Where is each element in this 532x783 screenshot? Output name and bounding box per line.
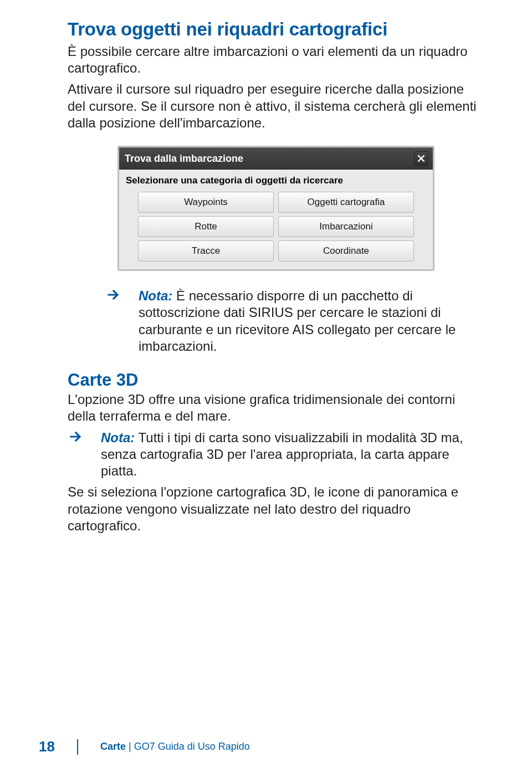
category-button-grid: Waypoints Oggetti cartografia Rotte Imba… — [126, 192, 426, 262]
category-vessels-button[interactable]: Imbarcazioni — [278, 216, 414, 237]
note-label: Nota: — [139, 288, 172, 303]
note-block: Nota: Tutti i tipi di carta sono visuali… — [70, 429, 484, 480]
category-routes-button[interactable]: Rotte — [138, 216, 274, 237]
dialog-body: Selezionare una categoria di oggetti da … — [119, 170, 433, 269]
section-heading-3d-charts: Carte 3D — [68, 370, 484, 390]
category-coordinates-button[interactable]: Coordinate — [278, 240, 414, 262]
page-number: 18 — [39, 738, 55, 755]
note-body: È necessario disporre di un pacchetto di… — [139, 288, 456, 354]
paragraph: Se si seleziona l'opzione cartografica 3… — [68, 484, 484, 534]
close-button[interactable] — [414, 151, 428, 166]
page-footer: 18 Carte | GO7 Guida di Uso Rapido — [39, 738, 250, 755]
category-waypoints-button[interactable]: Waypoints — [138, 192, 274, 213]
section-heading-find-objects: Trova oggetti nei riquadri cartografici — [68, 19, 484, 40]
find-dialog: Trova dalla imbarcazione Selezionare una… — [117, 146, 434, 271]
footer-separator: | — [126, 741, 134, 752]
footer-chapter: Carte — [100, 741, 126, 752]
category-tracks-button[interactable]: Tracce — [138, 240, 274, 262]
paragraph: È possibile cercare altre imbarcazioni o… — [68, 43, 484, 76]
paragraph: Attivare il cursore sul riquadro per ese… — [68, 81, 484, 131]
footer-doc-title: GO7 Guida di Uso Rapido — [134, 741, 250, 752]
note-text: Nota: Tutti i tipi di carta sono visuali… — [101, 429, 484, 480]
dialog-title: Trova dalla imbarcazione — [125, 153, 243, 165]
close-icon — [417, 155, 425, 162]
footer-text: Carte | GO7 Guida di Uso Rapido — [100, 741, 250, 753]
footer-divider — [77, 739, 78, 755]
note-block: Nota: È necessario disporre di un pacche… — [70, 288, 484, 355]
note-label: Nota: — [101, 430, 135, 445]
paragraph: L'opzione 3D offre una visione grafica t… — [68, 391, 484, 424]
arrow-right-icon — [70, 431, 82, 480]
dialog-titlebar: Trova dalla imbarcazione — [119, 147, 433, 170]
note-body: Tutti i tipi di carta sono visualizzabil… — [101, 430, 463, 478]
arrow-right-icon — [108, 289, 120, 355]
note-text: Nota: È necessario disporre di un pacche… — [139, 288, 484, 355]
category-chart-objects-button[interactable]: Oggetti cartografia — [278, 192, 414, 213]
dialog-prompt: Selezionare una categoria di oggetti da … — [126, 175, 426, 186]
